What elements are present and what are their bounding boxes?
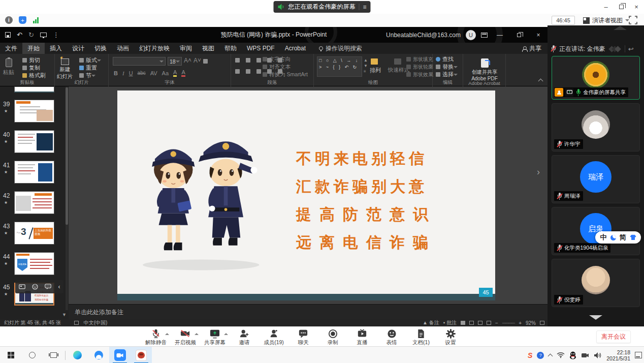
undo-icon[interactable]: ↶ bbox=[17, 31, 22, 39]
meeting-info-icon[interactable]: i bbox=[5, 16, 13, 24]
tab-slideshow[interactable]: 幻灯片放映 bbox=[134, 43, 175, 54]
highlight-color-button[interactable]: A bbox=[173, 69, 177, 77]
fullscreen-icon[interactable] bbox=[629, 16, 638, 25]
save-icon[interactable] bbox=[5, 32, 11, 38]
tab-wps-pdf[interactable]: WPS PDF bbox=[242, 43, 280, 53]
annotation-screenshot-icon[interactable] bbox=[19, 284, 25, 290]
find-button[interactable]: 查找 bbox=[436, 55, 458, 63]
tab-acrobat[interactable]: Acrobat bbox=[280, 43, 311, 53]
tray-expand-icon[interactable] bbox=[548, 353, 553, 358]
thumbnail-scrollbar[interactable] bbox=[66, 86, 68, 310]
banner-menu-icon[interactable]: ≡ bbox=[363, 4, 366, 11]
tab-home[interactable]: 开始 bbox=[22, 43, 45, 54]
share-button[interactable]: 共享 bbox=[522, 44, 541, 53]
taskbar-clock[interactable]: 22:18 2021/5/31 bbox=[606, 349, 630, 361]
window-close-button[interactable]: × bbox=[629, 0, 644, 14]
taskbar-app-meeting[interactable] bbox=[109, 347, 131, 363]
slide-text-block[interactable]: 不明来电别轻信 汇款诈骗别大意 提高防范意识 远离电信诈骗 bbox=[296, 144, 436, 256]
action-center-icon[interactable] bbox=[635, 352, 642, 358]
panel-collapse-handle[interactable]: › bbox=[537, 167, 540, 177]
back-arrow-icon[interactable]: ↩ bbox=[628, 45, 634, 53]
taskbar-app-red[interactable] bbox=[131, 347, 152, 363]
slideshow-icon[interactable] bbox=[40, 33, 47, 37]
zoom-in-button[interactable]: + bbox=[519, 320, 522, 326]
shape-outline-button[interactable]: 形状轮廓 bbox=[406, 63, 433, 71]
font-color-button[interactable]: A bbox=[181, 69, 185, 77]
search-button[interactable] bbox=[21, 347, 43, 363]
strikethrough-button[interactable]: abc bbox=[138, 70, 146, 76]
create-pdf-button[interactable]: 创建并共享 Adobe PDF bbox=[469, 56, 500, 81]
tab-transitions[interactable]: 切换 bbox=[89, 43, 112, 54]
ppt-close-button[interactable]: × bbox=[531, 27, 545, 43]
decrease-indent-icon[interactable] bbox=[256, 58, 261, 63]
text-direction-button[interactable]: 文字方向 bbox=[263, 55, 308, 63]
sogou-input-icon[interactable]: S bbox=[528, 351, 532, 359]
qq-icon[interactable] bbox=[569, 351, 576, 359]
ribbon-display-icon[interactable] bbox=[481, 33, 488, 38]
comments-toggle[interactable]: ▪ 批注 bbox=[443, 319, 457, 326]
tab-review[interactable]: 审阅 bbox=[175, 43, 197, 54]
help-tray-icon[interactable]: ? bbox=[537, 352, 544, 359]
chevron-up-icon[interactable] bbox=[165, 331, 169, 335]
emoji-button[interactable]: 表情 bbox=[380, 328, 403, 346]
format-painter-button[interactable]: 格式刷 bbox=[22, 72, 46, 79]
taskbar-app-edge[interactable] bbox=[67, 347, 88, 363]
normal-view-icon[interactable] bbox=[461, 321, 465, 325]
italic-button[interactable]: I bbox=[122, 70, 124, 76]
bullets-icon[interactable] bbox=[235, 58, 240, 63]
share-screen-button[interactable]: 共享屏幕 bbox=[203, 328, 227, 346]
collapse-chevron-icon[interactable]: ‹ bbox=[58, 283, 60, 290]
replace-button[interactable]: 替换 bbox=[436, 63, 458, 71]
bold-button[interactable]: B bbox=[114, 70, 118, 76]
window-restore-button[interactable] bbox=[614, 0, 629, 14]
notes-toggle[interactable]: ▲ 备注 bbox=[423, 319, 439, 326]
layout-button[interactable]: 版式 bbox=[79, 56, 101, 64]
volume-icon[interactable] bbox=[594, 352, 602, 359]
shape-fill-button[interactable]: 形状填充 bbox=[406, 55, 433, 63]
shapes-gallery-scroll[interactable]: ▲▼≡ bbox=[364, 57, 368, 74]
cut-button[interactable]: 剪切 bbox=[22, 56, 46, 64]
ime-language-toggle[interactable]: 中 bbox=[600, 233, 607, 242]
redo-icon[interactable]: ↻ bbox=[28, 31, 34, 39]
leave-meeting-button[interactable]: 离开会议 bbox=[596, 330, 631, 343]
ppt-restore-button[interactable] bbox=[512, 27, 526, 43]
participant-tile[interactable]: 瑞泽 周瑞泽 bbox=[552, 155, 640, 203]
change-case-button[interactable]: Aa bbox=[162, 70, 169, 76]
language-status[interactable]: 中文(中国) bbox=[79, 319, 108, 326]
collapse-ribbon-icon[interactable] bbox=[538, 79, 543, 84]
start-video-button[interactable]: 开启视频 bbox=[174, 328, 197, 346]
panel-scroll-down-icon[interactable] bbox=[589, 315, 602, 320]
speaker-view-dropdown[interactable]: 演讲者视图 bbox=[583, 16, 629, 25]
align-left-icon[interactable] bbox=[235, 69, 240, 74]
arrange-button[interactable]: 排列 bbox=[370, 56, 381, 74]
moon-icon[interactable] bbox=[610, 235, 616, 240]
grow-font-button[interactable]: A˄ bbox=[184, 57, 191, 66]
unmute-button[interactable]: 解除静音 bbox=[144, 328, 168, 346]
ppt-minimize-button[interactable]: — bbox=[493, 27, 507, 43]
thumbnail-44[interactable]: 44 ★ 补救措施 bbox=[0, 252, 69, 276]
chevron-up-icon[interactable] bbox=[224, 331, 228, 335]
camera-tray-icon[interactable] bbox=[581, 352, 589, 358]
zoom-out-button[interactable]: − bbox=[495, 320, 498, 326]
ime-simplified-toggle[interactable]: 简 bbox=[620, 233, 626, 242]
font-size-select[interactable]: 18 bbox=[168, 57, 182, 66]
shrink-font-button[interactable]: A˅ bbox=[194, 57, 201, 66]
reset-button[interactable]: 重置 bbox=[79, 64, 101, 72]
thumbnail-partial[interactable] bbox=[14, 86, 54, 93]
chevron-up-icon[interactable] bbox=[195, 331, 199, 335]
chat-bubble-icon[interactable] bbox=[45, 284, 51, 290]
thumbnail-40[interactable]: 40 ★ bbox=[0, 130, 69, 154]
tab-view[interactable]: 视图 bbox=[197, 43, 219, 54]
taskbar-app-browser[interactable] bbox=[88, 347, 109, 363]
character-spacing-button[interactable]: AV bbox=[150, 70, 157, 76]
skin-icon[interactable] bbox=[630, 234, 636, 240]
thumbnail-43[interactable]: 43 ★ Part 3 上当后的补救措施 bbox=[0, 222, 69, 246]
shapes-gallery[interactable]: □ ○ △ \ → ↓> ~ { } ↶ ↻ bbox=[317, 56, 362, 77]
invite-button[interactable]: 邀请 bbox=[233, 328, 256, 346]
notes-pane[interactable]: 单击此处添加备注 bbox=[69, 304, 548, 319]
thumbnail-39[interactable]: 39 ★ bbox=[0, 100, 69, 124]
tab-insert[interactable]: 插入 bbox=[45, 43, 67, 54]
shape-effects-button[interactable]: 形状效果 bbox=[406, 71, 433, 78]
wifi-icon[interactable] bbox=[557, 352, 565, 358]
panel-collapse-up-icon[interactable] bbox=[614, 26, 627, 30]
